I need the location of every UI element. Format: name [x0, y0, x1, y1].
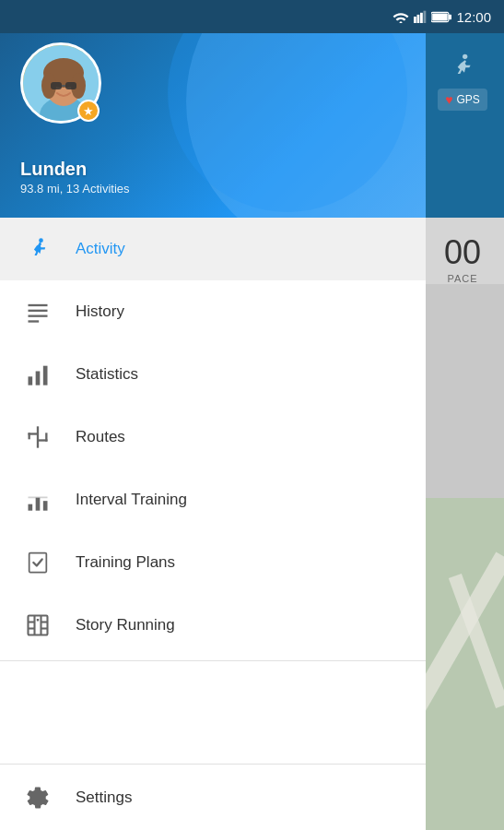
svg-rect-32	[29, 504, 33, 511]
story-running-icon	[20, 612, 55, 638]
menu-item-settings[interactable]: Settings	[0, 764, 426, 830]
svg-rect-16	[51, 82, 62, 89]
heart-icon: ♥	[445, 92, 452, 107]
avatar-container[interactable]: ★	[20, 42, 101, 124]
history-icon	[20, 299, 55, 325]
svg-point-0	[463, 54, 467, 59]
user-name: Lunden	[20, 159, 130, 180]
menu-item-interval-training[interactable]: Interval Training	[0, 468, 426, 531]
svg-rect-20	[29, 304, 48, 306]
svg-rect-17	[65, 82, 76, 89]
svg-rect-3	[417, 15, 420, 23]
svg-rect-5	[424, 11, 427, 23]
menu-divider	[0, 660, 426, 661]
svg-rect-36	[29, 553, 47, 573]
pace-display: 00 PACE	[421, 218, 504, 284]
svg-rect-8	[433, 13, 449, 20]
wifi-icon	[393, 10, 409, 23]
svg-point-1	[400, 21, 403, 23]
svg-rect-23	[29, 320, 40, 322]
settings-label: Settings	[76, 788, 132, 807]
svg-rect-24	[29, 376, 33, 385]
svg-rect-2	[414, 17, 416, 23]
svg-rect-33	[36, 498, 41, 511]
signal-icon	[414, 10, 427, 23]
menu-item-routes[interactable]: Routes	[0, 406, 426, 468]
svg-rect-27	[37, 426, 39, 447]
status-bar: 12:00	[0, 0, 504, 33]
drawer: ★ Lunden 93.8 mi, 13 Activities Activity	[0, 0, 426, 830]
user-stats: 93.8 mi, 13 Activities	[20, 182, 130, 196]
training-plans-icon	[20, 550, 55, 575]
map-area	[421, 498, 504, 830]
svg-rect-22	[29, 315, 48, 317]
routes-label: Routes	[76, 428, 125, 446]
training-plans-label: Training Plans	[76, 553, 175, 572]
svg-rect-4	[420, 13, 423, 23]
menu-item-training-plans[interactable]: Training Plans	[0, 531, 426, 594]
status-time: 12:00	[456, 9, 491, 25]
svg-rect-21	[29, 310, 48, 312]
right-panel: ♥ GPS 00 PACE	[421, 0, 504, 830]
battery-icon	[431, 11, 451, 23]
svg-rect-26	[43, 366, 48, 385]
svg-rect-34	[43, 501, 48, 511]
activity-label: Activity	[76, 240, 125, 258]
menu-list: Activity History	[0, 218, 426, 830]
svg-rect-25	[36, 372, 41, 385]
history-label: History	[76, 302, 124, 321]
svg-rect-31	[45, 433, 47, 441]
activity-icon	[20, 236, 55, 262]
svg-rect-29	[29, 433, 30, 439]
statistics-label: Statistics	[76, 365, 138, 384]
pace-label: PACE	[447, 273, 477, 284]
heart-gps-indicator: ♥ GPS	[438, 89, 487, 111]
settings-icon	[20, 785, 55, 811]
interval-training-label: Interval Training	[76, 491, 187, 509]
menu-item-history[interactable]: History	[0, 280, 426, 343]
menu-item-story-running[interactable]: Story Running	[0, 594, 426, 657]
runner-icon	[448, 52, 477, 81]
menu-item-statistics[interactable]: Statistics	[0, 343, 426, 406]
routes-icon	[20, 424, 55, 450]
svg-rect-35	[29, 497, 48, 499]
status-icons: 12:00	[393, 9, 491, 25]
svg-rect-7	[449, 14, 451, 19]
star-badge: ★	[77, 100, 100, 122]
menu-item-activity[interactable]: Activity	[0, 218, 426, 280]
svg-rect-37	[29, 616, 48, 635]
interval-training-icon	[20, 487, 55, 513]
statistics-icon	[20, 362, 55, 387]
gps-label: GPS	[456, 93, 479, 106]
svg-point-19	[39, 238, 43, 243]
story-running-label: Story Running	[76, 616, 175, 634]
right-panel-header: ♥ GPS	[421, 33, 504, 218]
pace-number: 00	[444, 236, 481, 269]
user-info: Lunden 93.8 mi, 13 Activities	[20, 159, 130, 196]
